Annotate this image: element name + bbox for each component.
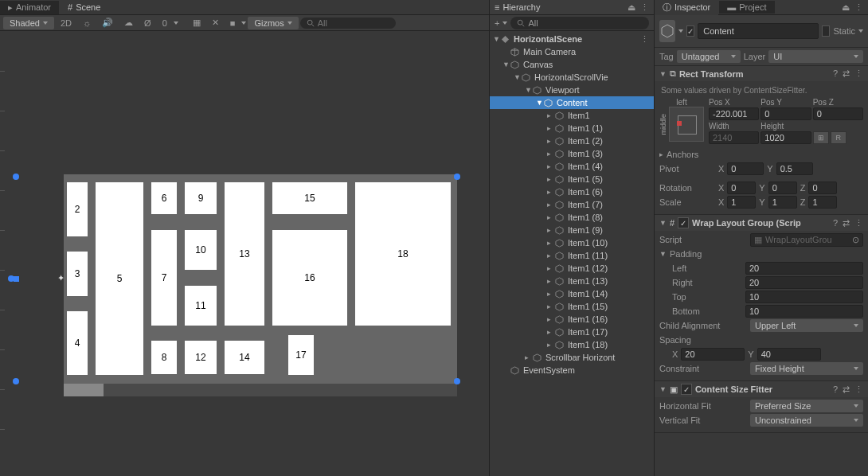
menu-icon[interactable]: ⋮ bbox=[854, 68, 863, 79]
foldout-icon[interactable]: ▸ bbox=[547, 188, 555, 196]
posx-input[interactable] bbox=[709, 107, 759, 120]
layout-item[interactable]: 14 bbox=[225, 341, 264, 374]
pivot-y-input[interactable] bbox=[776, 162, 813, 175]
tree-row[interactable]: ▸Item1 (12) bbox=[490, 262, 654, 275]
tree-row[interactable]: ▸Item1 (11) bbox=[490, 249, 654, 262]
gameobject-type-icon[interactable] bbox=[659, 20, 675, 42]
foldout-icon[interactable]: ▼ bbox=[659, 250, 667, 258]
object-picker-icon[interactable]: ⊙ bbox=[852, 235, 859, 245]
menu-icon[interactable]: ⋮ bbox=[640, 2, 649, 13]
tree-row[interactable]: ▸Item1 (13) bbox=[490, 275, 654, 287]
gizmo-handle[interactable] bbox=[13, 174, 19, 180]
tree-row[interactable]: ▼ HorizontalScrollVie bbox=[490, 71, 654, 84]
camera-icon[interactable]: ■ bbox=[225, 17, 240, 29]
tree-row[interactable]: Main Camera bbox=[490, 45, 654, 58]
tree-row[interactable]: ▸Item1 (10) bbox=[490, 236, 654, 249]
scene-search[interactable]: All bbox=[300, 18, 396, 29]
tree-row[interactable]: ▸Scrollbar Horizont bbox=[490, 351, 654, 364]
rot-x-input[interactable] bbox=[727, 181, 756, 194]
foldout-icon[interactable]: ▼ bbox=[659, 219, 667, 227]
tree-row[interactable]: ▸Item1 bbox=[490, 109, 654, 122]
menu-icon[interactable]: ⋮ bbox=[854, 2, 863, 13]
padding-bottom-input[interactable] bbox=[745, 305, 863, 318]
foldout-icon[interactable]: ▸ bbox=[547, 315, 555, 323]
component-enabled-checkbox[interactable]: ✓ bbox=[678, 217, 689, 228]
foldout-icon[interactable]: ▸ bbox=[547, 124, 555, 132]
constraint-dropdown[interactable]: Fixed Height bbox=[750, 362, 863, 375]
tag-dropdown[interactable]: Untagged bbox=[677, 50, 741, 63]
layout-item[interactable]: 9 bbox=[185, 182, 217, 214]
tree-row[interactable]: ▸Item1 (7) bbox=[490, 198, 654, 211]
gameobject-name-input[interactable] bbox=[698, 23, 819, 39]
height-input[interactable] bbox=[760, 131, 811, 144]
tab-project[interactable]: ▬ Project bbox=[719, 1, 774, 14]
preset-icon[interactable]: ⇄ bbox=[843, 68, 850, 79]
static-checkbox[interactable] bbox=[822, 25, 830, 37]
foldout-icon[interactable]: ▼ bbox=[659, 385, 667, 393]
audio-icon[interactable]: 🔊 bbox=[97, 16, 118, 29]
layout-item[interactable]: 16 bbox=[272, 230, 347, 326]
tab-animator[interactable]: ▸ Animator bbox=[0, 1, 59, 14]
pivot-x-input[interactable] bbox=[727, 162, 764, 175]
tree-row[interactable]: ▸Item1 (14) bbox=[490, 287, 654, 300]
tree-row[interactable]: ▸Item1 (1) bbox=[490, 122, 654, 135]
spacing-x-input[interactable] bbox=[681, 348, 745, 361]
scale-y-input[interactable] bbox=[768, 196, 797, 209]
foldout-icon[interactable]: ▸ bbox=[547, 341, 555, 349]
posz-input[interactable] bbox=[813, 107, 863, 120]
layout-item[interactable]: 17 bbox=[288, 335, 314, 375]
foldout-icon[interactable]: ▸ bbox=[547, 264, 555, 272]
tree-row[interactable]: ▸Item1 (16) bbox=[490, 313, 654, 326]
lock-icon[interactable]: ⏏ bbox=[842, 2, 850, 13]
scale-z-input[interactable] bbox=[808, 196, 837, 209]
foldout-icon[interactable]: ▸ bbox=[547, 162, 555, 170]
spacing-y-input[interactable] bbox=[757, 348, 821, 361]
foldout-icon[interactable]: ▼ bbox=[502, 60, 510, 68]
layout-item[interactable]: 12 bbox=[185, 341, 217, 374]
tree-row[interactable]: ▸Item1 (3) bbox=[490, 147, 654, 160]
tree-row[interactable]: EventSystem bbox=[490, 364, 654, 377]
blueprint-mode-button[interactable]: ⊞ bbox=[813, 131, 829, 144]
layout-item[interactable]: 4 bbox=[67, 311, 88, 375]
foldout-icon[interactable]: ▸ bbox=[659, 150, 663, 158]
layout-item[interactable]: 15 bbox=[272, 182, 347, 214]
active-checkbox[interactable]: ✓ bbox=[686, 25, 694, 37]
foldout-icon[interactable]: ▸ bbox=[547, 201, 555, 209]
horizontal-fit-dropdown[interactable]: Preferred Size bbox=[750, 400, 863, 412]
tree-row[interactable]: ▸Item1 (17) bbox=[490, 326, 654, 338]
layout-item[interactable]: 10 bbox=[185, 230, 217, 270]
gizmo-handle[interactable] bbox=[13, 378, 19, 384]
foldout-icon[interactable]: ▼ bbox=[514, 73, 522, 81]
help-icon[interactable]: ? bbox=[833, 218, 838, 228]
layout-item[interactable]: 18 bbox=[355, 182, 451, 326]
lock-icon[interactable]: ⏏ bbox=[628, 2, 635, 13]
script-reference[interactable]: ▦ WrapLayoutGrou ⊙ bbox=[750, 233, 863, 247]
foldout-icon[interactable]: ▸ bbox=[547, 290, 555, 298]
component-enabled-checkbox[interactable]: ✓ bbox=[681, 384, 692, 395]
tree-row-content[interactable]: ▼ Content bbox=[490, 96, 654, 109]
layout-item[interactable]: 11 bbox=[185, 286, 217, 326]
gizmos-dropdown[interactable]: Gizmos bbox=[248, 17, 298, 29]
preset-icon[interactable]: ⇄ bbox=[843, 384, 850, 395]
tree-row[interactable]: ▸Item1 (5) bbox=[490, 173, 654, 185]
gizmo-pivot[interactable] bbox=[14, 276, 19, 282]
tab-scene[interactable]: # Scene bbox=[60, 1, 108, 14]
tool-icon[interactable]: ✕ bbox=[207, 16, 224, 29]
horizontal-scrollbar[interactable] bbox=[64, 384, 457, 396]
layout-item[interactable]: 5 bbox=[96, 182, 143, 375]
grid-icon[interactable]: ▦ bbox=[188, 16, 205, 29]
gizmo-handle[interactable] bbox=[454, 378, 460, 384]
padding-left-input[interactable] bbox=[745, 262, 863, 275]
anchor-preset-button[interactable] bbox=[669, 107, 704, 142]
raw-edit-button[interactable]: R bbox=[831, 131, 846, 144]
rot-z-input[interactable] bbox=[808, 181, 837, 194]
add-icon[interactable]: + bbox=[495, 18, 499, 28]
layer-dropdown[interactable]: UI bbox=[768, 50, 863, 63]
scale-x-input[interactable] bbox=[727, 196, 756, 209]
posy-input[interactable] bbox=[760, 107, 811, 120]
foldout-icon[interactable]: ▸ bbox=[525, 353, 533, 361]
foldout-icon[interactable]: ▸ bbox=[547, 239, 555, 247]
tree-scene-row[interactable]: ▼ HorizontalScene ⋮ bbox=[490, 33, 654, 45]
help-icon[interactable]: ? bbox=[833, 384, 838, 395]
padding-right-input[interactable] bbox=[745, 276, 863, 289]
